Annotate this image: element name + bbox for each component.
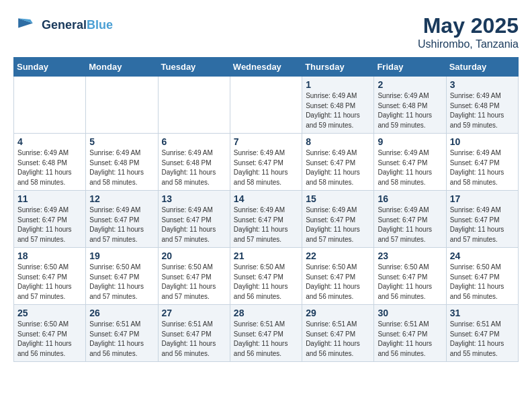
- day-info: Sunrise: 6:50 AM Sunset: 6:47 PM Dayligh…: [234, 263, 298, 302]
- day-info: Sunrise: 6:49 AM Sunset: 6:47 PM Dayligh…: [306, 148, 370, 187]
- day-number: 6: [162, 136, 226, 147]
- header-wednesday: Wednesday: [230, 58, 302, 77]
- day-number: 29: [306, 308, 370, 318]
- calendar-cell: 13Sunrise: 6:49 AM Sunset: 6:47 PM Dayli…: [158, 191, 230, 248]
- day-info: Sunrise: 6:50 AM Sunset: 6:47 PM Dayligh…: [89, 263, 154, 302]
- day-number: 8: [306, 136, 370, 147]
- header-sunday: Sunday: [14, 58, 86, 77]
- day-info: Sunrise: 6:51 AM Sunset: 6:47 PM Dayligh…: [234, 320, 298, 359]
- day-info: Sunrise: 6:49 AM Sunset: 6:48 PM Dayligh…: [162, 148, 226, 187]
- day-number: 10: [450, 136, 515, 147]
- header-thursday: Thursday: [302, 58, 374, 77]
- day-number: 19: [89, 250, 154, 261]
- day-info: Sunrise: 6:49 AM Sunset: 6:47 PM Dayligh…: [17, 205, 82, 244]
- calendar-cell: 10Sunrise: 6:49 AM Sunset: 6:47 PM Dayli…: [446, 134, 518, 191]
- day-number: 14: [234, 193, 298, 204]
- day-info: Sunrise: 6:49 AM Sunset: 6:48 PM Dayligh…: [378, 91, 442, 130]
- day-number: 30: [378, 308, 442, 318]
- week-row-1: 4Sunrise: 6:49 AM Sunset: 6:48 PM Daylig…: [14, 134, 519, 191]
- day-number: 24: [450, 250, 515, 261]
- calendar-cell: 16Sunrise: 6:49 AM Sunset: 6:47 PM Dayli…: [374, 191, 446, 248]
- day-number: 13: [162, 193, 226, 204]
- day-number: 15: [306, 193, 370, 204]
- calendar-cell: [86, 77, 158, 134]
- day-number: 16: [378, 193, 442, 204]
- calendar-cell: 12Sunrise: 6:49 AM Sunset: 6:47 PM Dayli…: [86, 191, 158, 248]
- day-info: Sunrise: 6:49 AM Sunset: 6:48 PM Dayligh…: [450, 91, 515, 130]
- day-number: 11: [17, 193, 82, 204]
- calendar-body: 1Sunrise: 6:49 AM Sunset: 6:48 PM Daylig…: [14, 77, 519, 362]
- calendar-cell: 5Sunrise: 6:49 AM Sunset: 6:48 PM Daylig…: [86, 134, 158, 191]
- calendar-cell: 7Sunrise: 6:49 AM Sunset: 6:47 PM Daylig…: [230, 134, 302, 191]
- day-info: Sunrise: 6:49 AM Sunset: 6:47 PM Dayligh…: [378, 205, 442, 244]
- calendar-cell: 3Sunrise: 6:49 AM Sunset: 6:48 PM Daylig…: [446, 77, 518, 134]
- day-info: Sunrise: 6:49 AM Sunset: 6:47 PM Dayligh…: [378, 148, 442, 187]
- calendar-header: SundayMondayTuesdayWednesdayThursdayFrid…: [14, 58, 519, 77]
- week-row-4: 25Sunrise: 6:50 AM Sunset: 6:47 PM Dayli…: [14, 305, 519, 362]
- day-info: Sunrise: 6:51 AM Sunset: 6:47 PM Dayligh…: [306, 320, 370, 359]
- calendar-cell: 20Sunrise: 6:50 AM Sunset: 6:47 PM Dayli…: [158, 248, 230, 305]
- calendar-cell: 30Sunrise: 6:51 AM Sunset: 6:47 PM Dayli…: [374, 305, 446, 362]
- logo: GeneralBlue: [13, 13, 113, 38]
- calendar-cell: 2Sunrise: 6:49 AM Sunset: 6:48 PM Daylig…: [374, 77, 446, 134]
- day-number: 4: [17, 136, 82, 147]
- header-monday: Monday: [86, 58, 158, 77]
- header-saturday: Saturday: [446, 58, 518, 77]
- calendar-cell: 9Sunrise: 6:49 AM Sunset: 6:47 PM Daylig…: [374, 134, 446, 191]
- calendar-cell: 8Sunrise: 6:49 AM Sunset: 6:47 PM Daylig…: [302, 134, 374, 191]
- calendar-cell: 15Sunrise: 6:49 AM Sunset: 6:47 PM Dayli…: [302, 191, 374, 248]
- day-info: Sunrise: 6:51 AM Sunset: 6:47 PM Dayligh…: [378, 320, 442, 359]
- day-number: 5: [89, 136, 154, 147]
- day-number: 26: [89, 308, 154, 318]
- header-row: SundayMondayTuesdayWednesdayThursdayFrid…: [14, 58, 519, 77]
- day-number: 25: [17, 308, 82, 318]
- day-number: 9: [378, 136, 442, 147]
- day-number: 23: [378, 250, 442, 261]
- week-row-0: 1Sunrise: 6:49 AM Sunset: 6:48 PM Daylig…: [14, 77, 519, 134]
- day-info: Sunrise: 6:49 AM Sunset: 6:48 PM Dayligh…: [89, 148, 154, 187]
- calendar-cell: 23Sunrise: 6:50 AM Sunset: 6:47 PM Dayli…: [374, 248, 446, 305]
- calendar-cell: 18Sunrise: 6:50 AM Sunset: 6:47 PM Dayli…: [14, 248, 86, 305]
- day-info: Sunrise: 6:50 AM Sunset: 6:47 PM Dayligh…: [17, 263, 82, 302]
- day-number: 27: [162, 308, 226, 318]
- week-row-3: 18Sunrise: 6:50 AM Sunset: 6:47 PM Dayli…: [14, 248, 519, 305]
- calendar-cell: 4Sunrise: 6:49 AM Sunset: 6:48 PM Daylig…: [14, 134, 86, 191]
- day-number: 21: [234, 250, 298, 261]
- day-info: Sunrise: 6:50 AM Sunset: 6:47 PM Dayligh…: [378, 263, 442, 302]
- calendar-cell: [230, 77, 302, 134]
- calendar-cell: 17Sunrise: 6:49 AM Sunset: 6:47 PM Dayli…: [446, 191, 518, 248]
- calendar-cell: 24Sunrise: 6:50 AM Sunset: 6:47 PM Dayli…: [446, 248, 518, 305]
- calendar-cell: 19Sunrise: 6:50 AM Sunset: 6:47 PM Dayli…: [86, 248, 158, 305]
- day-number: 17: [450, 193, 515, 204]
- main-title: May 2025: [418, 13, 519, 38]
- day-number: 1: [306, 79, 370, 90]
- day-number: 28: [234, 308, 298, 318]
- day-info: Sunrise: 6:49 AM Sunset: 6:47 PM Dayligh…: [450, 148, 515, 187]
- day-info: Sunrise: 6:49 AM Sunset: 6:47 PM Dayligh…: [450, 205, 515, 244]
- calendar-cell: 29Sunrise: 6:51 AM Sunset: 6:47 PM Dayli…: [302, 305, 374, 362]
- header-friday: Friday: [374, 58, 446, 77]
- day-info: Sunrise: 6:49 AM Sunset: 6:47 PM Dayligh…: [306, 205, 370, 244]
- day-number: 18: [17, 250, 82, 261]
- day-info: Sunrise: 6:49 AM Sunset: 6:47 PM Dayligh…: [162, 205, 226, 244]
- title-block: May 2025 Ushirombo, Tanzania: [418, 13, 519, 50]
- day-info: Sunrise: 6:50 AM Sunset: 6:47 PM Dayligh…: [17, 320, 82, 359]
- header-tuesday: Tuesday: [158, 58, 230, 77]
- day-number: 12: [89, 193, 154, 204]
- day-number: 3: [450, 79, 515, 90]
- logo-icon: [13, 13, 38, 38]
- page-header: GeneralBlue May 2025 Ushirombo, Tanzania: [13, 13, 519, 50]
- calendar-cell: 27Sunrise: 6:51 AM Sunset: 6:47 PM Dayli…: [158, 305, 230, 362]
- day-info: Sunrise: 6:49 AM Sunset: 6:47 PM Dayligh…: [89, 205, 154, 244]
- subtitle: Ushirombo, Tanzania: [418, 38, 519, 50]
- day-info: Sunrise: 6:49 AM Sunset: 6:48 PM Dayligh…: [17, 148, 82, 187]
- day-info: Sunrise: 6:51 AM Sunset: 6:47 PM Dayligh…: [450, 320, 515, 359]
- calendar-cell: 21Sunrise: 6:50 AM Sunset: 6:47 PM Dayli…: [230, 248, 302, 305]
- day-info: Sunrise: 6:50 AM Sunset: 6:47 PM Dayligh…: [162, 263, 226, 302]
- day-info: Sunrise: 6:49 AM Sunset: 6:48 PM Dayligh…: [306, 91, 370, 130]
- day-number: 31: [450, 308, 515, 318]
- calendar-cell: 26Sunrise: 6:51 AM Sunset: 6:47 PM Dayli…: [86, 305, 158, 362]
- calendar-cell: [158, 77, 230, 134]
- day-info: Sunrise: 6:51 AM Sunset: 6:47 PM Dayligh…: [89, 320, 154, 359]
- day-info: Sunrise: 6:51 AM Sunset: 6:47 PM Dayligh…: [162, 320, 226, 359]
